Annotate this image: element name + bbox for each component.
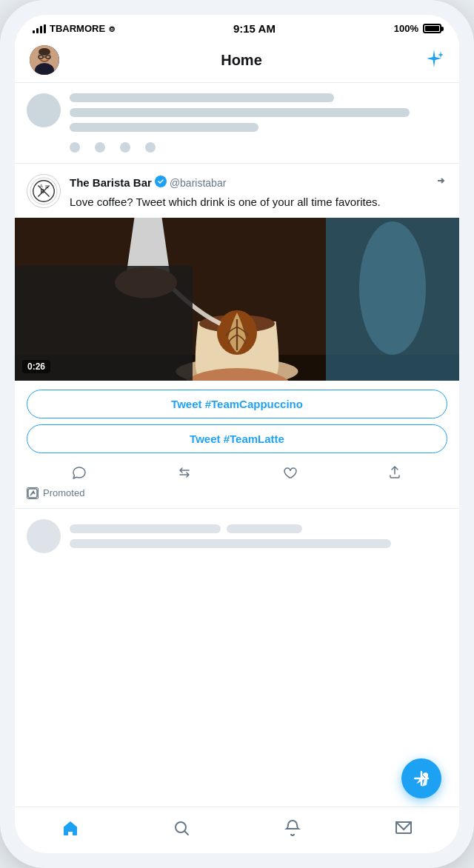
- cta-latte-button[interactable]: Tweet #TeamLatte: [27, 424, 447, 453]
- compose-fab-button[interactable]: [401, 758, 441, 798]
- video-scene: [15, 218, 459, 381]
- tweet-avatar[interactable]: B R A: [27, 174, 61, 208]
- home-icon: [61, 819, 79, 837]
- tweet-author-name: The Barista Bar: [70, 176, 152, 189]
- tweet-video[interactable]: 0:26: [15, 218, 459, 381]
- skeleton-line-4: [70, 524, 221, 533]
- svg-line-31: [185, 832, 189, 835]
- skeleton-content: [70, 93, 447, 153]
- tweet-author-row: The Barista Bar @baristabar: [70, 174, 447, 191]
- status-time: 9:15 AM: [233, 22, 276, 35]
- carrier-name: TBARMORE: [50, 23, 105, 34]
- phone-frame: TBARMORE ⌾ 9:15 AM 100%: [0, 0, 474, 868]
- skeleton-dots: [70, 142, 447, 153]
- status-bar: TBARMORE ⌾ 9:15 AM 100%: [15, 15, 459, 39]
- reply-button[interactable]: [72, 465, 87, 480]
- user-avatar[interactable]: [30, 45, 59, 75]
- skeleton-line-6: [70, 539, 391, 548]
- nav-notifications[interactable]: [278, 815, 307, 841]
- skeleton-line-1: [70, 93, 334, 102]
- skeleton-dot-3: [120, 142, 130, 153]
- skeleton-line-5: [227, 524, 302, 533]
- nav-messages[interactable]: [389, 815, 418, 841]
- battery-percent: 100%: [394, 23, 418, 34]
- promoted-icon: [27, 487, 39, 499]
- skeleton-dot-4: [145, 142, 156, 153]
- search-icon: [173, 819, 190, 837]
- svg-text:A: A: [39, 183, 43, 188]
- promoted-row: Promoted: [27, 484, 447, 508]
- tweet-more-icon[interactable]: [434, 174, 447, 191]
- promoted-label: Promoted: [43, 487, 84, 498]
- phone-inner: TBARMORE ⌾ 9:15 AM 100%: [15, 15, 459, 853]
- status-right: 100%: [394, 23, 441, 34]
- skeleton-avatar-2: [27, 519, 61, 553]
- nav-home[interactable]: [56, 815, 85, 841]
- wifi-icon: ⌾: [109, 23, 115, 34]
- skeleton-tweet-1: [15, 83, 459, 164]
- skeleton-tweet-2: [15, 509, 459, 564]
- promoted-tweet: B R A The Barista Bar: [15, 164, 459, 509]
- skeleton-content-2: [70, 519, 447, 553]
- tweet-header-row: B R A The Barista Bar: [27, 174, 447, 210]
- avatar-image: [30, 45, 59, 75]
- feed: B R A The Barista Bar: [15, 83, 459, 807]
- page-title: Home: [221, 52, 262, 69]
- tweet-meta: The Barista Bar @baristabar: [70, 174, 447, 210]
- signal-icon: [33, 24, 46, 33]
- status-left: TBARMORE ⌾: [33, 23, 115, 34]
- messages-icon: [395, 819, 413, 837]
- skeleton-avatar: [27, 93, 61, 127]
- tweet-actions: [27, 458, 447, 484]
- cta-cappuccino-button[interactable]: Tweet #TeamCappuccino: [27, 390, 447, 418]
- svg-point-25: [359, 221, 426, 355]
- svg-text:B: B: [40, 187, 44, 195]
- barista-logo: B R A: [30, 177, 58, 205]
- bottom-nav: [15, 807, 459, 853]
- notifications-icon: [284, 819, 301, 837]
- skeleton-line-2: [70, 108, 410, 117]
- video-timer: 0:26: [22, 360, 50, 373]
- tweet-handle: @baristabar: [170, 177, 226, 189]
- app-header: Home: [15, 39, 459, 83]
- tweet-author-info: The Barista Bar @baristabar: [70, 176, 226, 190]
- compose-icon: [412, 769, 431, 788]
- sparkle-icon[interactable]: [424, 48, 444, 72]
- battery-icon: [423, 24, 441, 33]
- tweet-text: Love coffee? Tweet which drink is one of…: [70, 194, 447, 210]
- skeleton-dot-1: [70, 142, 80, 153]
- verified-icon: [155, 176, 167, 190]
- nav-search[interactable]: [167, 815, 196, 841]
- svg-text:R: R: [45, 184, 49, 189]
- like-button[interactable]: [282, 465, 297, 480]
- skeleton-line-3: [70, 123, 258, 132]
- skeleton-dot-2: [95, 142, 105, 153]
- retweet-button[interactable]: [177, 465, 192, 480]
- share-button[interactable]: [387, 465, 402, 480]
- video-placeholder: 0:26: [15, 218, 459, 381]
- svg-point-7: [39, 48, 50, 56]
- cta-buttons: Tweet #TeamCappuccino Tweet #TeamLatte: [27, 381, 447, 453]
